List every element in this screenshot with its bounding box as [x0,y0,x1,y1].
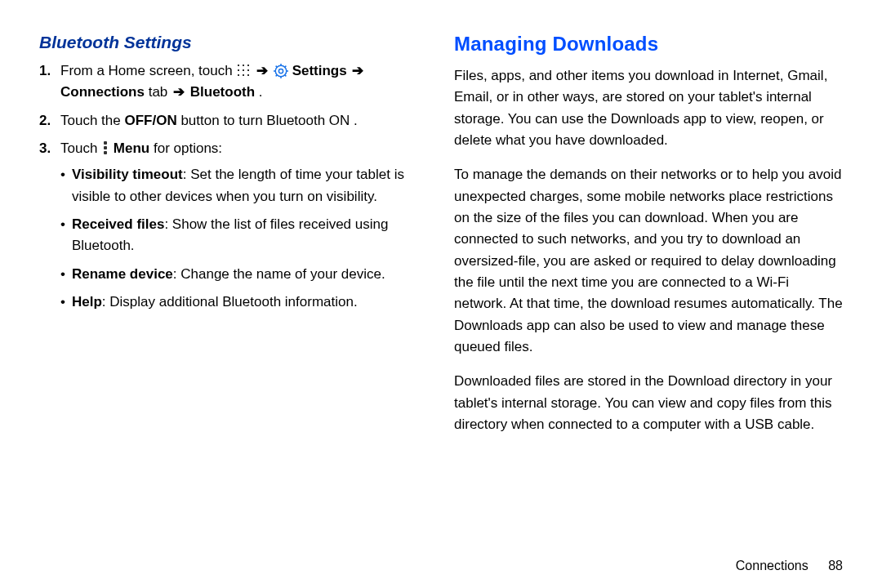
paragraph-1: Files, apps, and other items you downloa… [454,65,843,151]
bluetooth-settings-heading: Bluetooth Settings [39,33,415,52]
settings-gear-icon [274,64,288,78]
option-desc: : Change the name of your device. [173,266,385,282]
arrow-icon: ➔ [350,60,365,82]
option-label: Received files [72,216,164,232]
option-rename-device: Rename device: Change the name of your d… [72,264,415,285]
managing-downloads-heading: Managing Downloads [454,33,843,56]
step-3: 3. Touch Menu for options: Visibility ti… [60,138,415,313]
settings-label: Settings [292,63,347,78]
option-visibility-timeout: Visibility timeout: Set the length of ti… [72,164,415,207]
bluetooth-label: Bluetooth [190,84,255,100]
tab-text: tab [149,84,172,100]
option-desc: : Display additional Bluetooth informati… [102,294,358,310]
option-received-files: Received files: Show the list of files r… [72,214,415,257]
step-2-text-2: button to turn Bluetooth ON . [180,113,357,128]
step-3-number: 3. [39,138,51,159]
step-2-text-1: Touch the [60,113,124,128]
options-list: Visibility timeout: Set the length of ti… [60,164,415,313]
page-body: Bluetooth Settings 1. From a Home screen… [0,0,882,449]
arrow-icon: ➔ [255,60,270,82]
connections-label: Connections [60,84,145,100]
left-column: Bluetooth Settings 1. From a Home screen… [39,33,415,449]
svg-line-8 [276,74,278,76]
step-1: 1. From a Home screen, touch ➔ Settings … [60,60,415,104]
option-label: Rename device [72,266,173,282]
right-column: Managing Downloads Files, apps, and othe… [454,33,843,449]
svg-point-1 [278,69,283,73]
svg-line-7 [284,74,286,76]
option-help: Help: Display additional Bluetooth infor… [72,292,415,313]
paragraph-3: Downloaded files are stored in the Downl… [454,371,843,435]
svg-line-9 [284,66,286,68]
arrow-icon: ➔ [172,82,186,103]
menu-label: Menu [114,140,149,156]
option-label: Visibility timeout [72,167,183,182]
paragraph-2: To manage the demands on their networks … [454,164,843,358]
menu-dots-icon [101,140,109,155]
step-3-text-2: for options: [154,140,222,156]
step-3-text-1: Touch [60,140,101,156]
option-label: Help [72,294,102,310]
footer-page-number: 88 [828,559,843,572]
off-on-label: OFF/ON [124,113,176,128]
step-1-text-1: From a Home screen, touch [60,63,236,78]
apps-grid-icon [236,63,251,78]
svg-line-6 [276,66,278,68]
step-2-number: 2. [39,110,51,131]
step-1-number: 1. [39,60,51,82]
step-2: 2. Touch the OFF/ON button to turn Bluet… [60,110,415,131]
page-footer: Connections 88 [736,559,843,573]
steps-list: 1. From a Home screen, touch ➔ Settings … [39,60,415,313]
period: . [259,84,263,100]
footer-chapter: Connections [736,559,808,572]
